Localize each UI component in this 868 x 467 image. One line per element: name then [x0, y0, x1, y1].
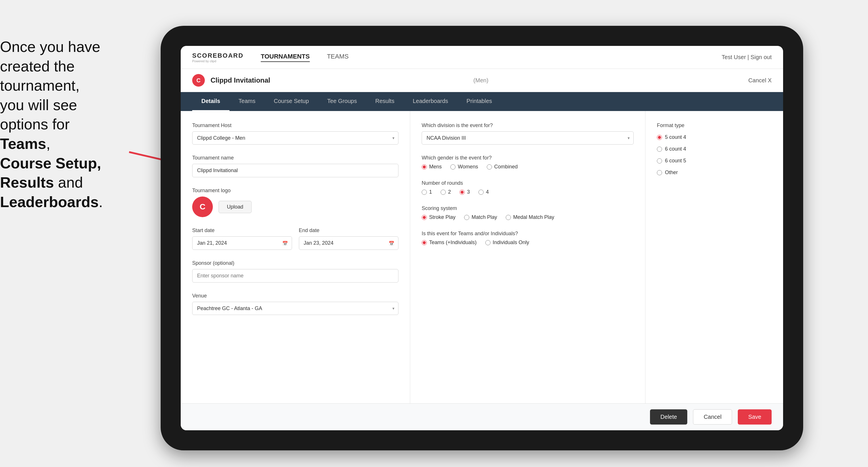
- individuals-only-radio[interactable]: [485, 240, 491, 245]
- sponsor-group: Sponsor (optional): [192, 260, 398, 283]
- round-1-option[interactable]: 1: [422, 189, 432, 195]
- division-wrapper: NCAA Division III ▾: [422, 131, 633, 145]
- gender-group: Which gender is the event for? Mens Wome…: [422, 155, 633, 170]
- date-row: Start date 📅 End date 📅: [192, 227, 398, 250]
- gender-mens-radio[interactable]: [422, 164, 427, 169]
- start-date-input[interactable]: [192, 237, 292, 250]
- middle-column: Which division is the event for? NCAA Di…: [410, 111, 645, 403]
- gender-mens-option[interactable]: Mens: [422, 164, 442, 170]
- gender-womens-radio[interactable]: [451, 164, 456, 169]
- round-2-option[interactable]: 2: [441, 189, 451, 195]
- delete-button[interactable]: Delete: [650, 409, 687, 425]
- calendar-end-icon: 📅: [389, 240, 395, 246]
- tournament-name-group: Tournament name: [192, 155, 398, 177]
- round-3-radio[interactable]: [460, 190, 465, 195]
- gender-womens-option[interactable]: Womens: [451, 164, 478, 170]
- round-3-option[interactable]: 3: [460, 189, 470, 195]
- venue-wrapper: Peachtree GC - Atlanta - GA ▾: [192, 302, 398, 315]
- format-options: 5 count 4 6 count 4 6 count 5 Other: [657, 134, 772, 176]
- teams-plus-radio[interactable]: [422, 240, 427, 245]
- round-4-option[interactable]: 4: [478, 189, 489, 195]
- nav-links: TOURNAMENTS TEAMS: [261, 53, 722, 62]
- format-6count4-option[interactable]: 6 count 4: [657, 146, 772, 152]
- teams-plus-option[interactable]: Teams (+Individuals): [422, 240, 477, 246]
- teams-individuals-group: Is this event for Teams and/or Individua…: [422, 230, 633, 246]
- tournament-subtitle: (Men): [473, 77, 488, 84]
- cancel-x-button[interactable]: Cancel X: [748, 77, 772, 84]
- format-6count5-radio[interactable]: [657, 158, 662, 163]
- logo-upload-area: C Upload: [192, 196, 398, 217]
- date-group: Start date 📅 End date 📅: [192, 227, 398, 250]
- tournament-icon: C: [192, 74, 205, 87]
- tournament-name-label: Tournament name: [192, 155, 398, 161]
- format-5count4-option[interactable]: 5 count 4: [657, 134, 772, 140]
- tournament-logo-group: Tournament logo C Upload: [192, 188, 398, 217]
- instruction-text: Once you have created the tournament, yo…: [0, 37, 166, 212]
- top-nav: SCOREBOARD Powered by clipd TOURNAMENTS …: [181, 46, 783, 69]
- format-6count4-radio[interactable]: [657, 147, 662, 152]
- main-content: Tournament Host Clippd College - Men ▾ T…: [181, 111, 783, 403]
- individuals-only-option[interactable]: Individuals Only: [485, 240, 529, 246]
- format-other-radio[interactable]: [657, 170, 662, 175]
- end-date-wrapper: 📅: [299, 237, 399, 250]
- gender-radio-group: Mens Womens Combined: [422, 164, 633, 170]
- end-date-input[interactable]: [299, 237, 399, 250]
- division-select[interactable]: NCAA Division III: [422, 131, 633, 145]
- tournament-header: C Clippd Invitational (Men) Cancel X: [181, 69, 783, 92]
- tab-teams[interactable]: Teams: [229, 92, 265, 111]
- round-1-radio[interactable]: [422, 190, 427, 195]
- tournament-host-select[interactable]: Clippd College - Men: [192, 131, 398, 145]
- tournament-logo-label: Tournament logo: [192, 188, 398, 194]
- scoring-match-option[interactable]: Match Play: [464, 214, 497, 220]
- rounds-label: Number of rounds: [422, 180, 633, 186]
- end-date-field: End date 📅: [299, 227, 399, 250]
- format-5count4-radio[interactable]: [657, 135, 662, 140]
- tab-bar: Details Teams Course Setup Tee Groups Re…: [181, 92, 783, 111]
- logo-area: SCOREBOARD Powered by clipd: [192, 52, 244, 63]
- gender-combined-radio[interactable]: [487, 164, 492, 169]
- left-column: Tournament Host Clippd College - Men ▾ T…: [181, 111, 410, 403]
- scoring-stroke-option[interactable]: Stroke Play: [422, 214, 456, 220]
- scoring-medal-option[interactable]: Medal Match Play: [506, 214, 554, 220]
- save-button[interactable]: Save: [738, 409, 772, 425]
- tab-results[interactable]: Results: [366, 92, 404, 111]
- logo-sub: Powered by clipd: [192, 59, 244, 63]
- tab-course-setup[interactable]: Course Setup: [265, 92, 318, 111]
- format-6count5-option[interactable]: 6 count 5: [657, 158, 772, 164]
- venue-label: Venue: [192, 293, 398, 299]
- format-type-label: Format type: [657, 123, 772, 128]
- tab-printables[interactable]: Printables: [457, 92, 501, 111]
- scoring-medal-radio[interactable]: [506, 215, 511, 220]
- calendar-icon: 📅: [282, 240, 288, 246]
- round-2-radio[interactable]: [441, 190, 446, 195]
- nav-tournaments[interactable]: TOURNAMENTS: [261, 53, 310, 62]
- tab-tee-groups[interactable]: Tee Groups: [318, 92, 366, 111]
- division-label: Which division is the event for?: [422, 123, 633, 128]
- start-date-wrapper: 📅: [192, 237, 292, 250]
- tab-leaderboards[interactable]: Leaderboards: [404, 92, 457, 111]
- upload-button[interactable]: Upload: [219, 201, 252, 213]
- tournament-host-label: Tournament Host: [192, 123, 398, 128]
- round-4-radio[interactable]: [478, 190, 484, 195]
- logo-circle: C: [192, 196, 213, 217]
- gender-combined-option[interactable]: Combined: [487, 164, 518, 170]
- venue-select[interactable]: Peachtree GC - Atlanta - GA: [192, 302, 398, 315]
- scoring-group: Scoring system Stroke Play Match Play: [422, 206, 633, 220]
- end-date-label: End date: [299, 227, 399, 234]
- cancel-button[interactable]: Cancel: [693, 409, 732, 425]
- logo-text: SCOREBOARD: [192, 52, 244, 59]
- scoring-stroke-radio[interactable]: [422, 215, 427, 220]
- tournament-name-input[interactable]: [192, 164, 398, 177]
- tournament-title: Clippd Invitational: [211, 76, 470, 84]
- rounds-group: Number of rounds 1 2 3: [422, 180, 633, 195]
- scoring-match-radio[interactable]: [464, 215, 469, 220]
- user-text[interactable]: Test User | Sign out: [722, 54, 772, 60]
- nav-teams[interactable]: TEAMS: [327, 53, 349, 62]
- start-date-label: Start date: [192, 227, 292, 234]
- format-other-option[interactable]: Other: [657, 169, 772, 176]
- sponsor-input[interactable]: [192, 269, 398, 283]
- teams-individuals-label: Is this event for Teams and/or Individua…: [422, 230, 633, 237]
- tab-details[interactable]: Details: [192, 92, 229, 111]
- tablet-screen: SCOREBOARD Powered by clipd TOURNAMENTS …: [181, 46, 783, 430]
- user-area: Test User | Sign out: [722, 54, 772, 61]
